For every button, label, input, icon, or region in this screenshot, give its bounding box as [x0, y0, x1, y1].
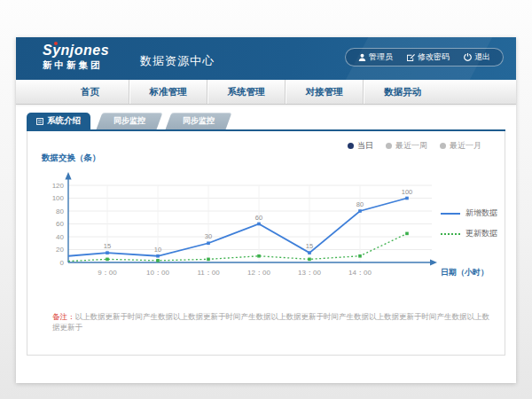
current-user-label: 管理员	[369, 51, 393, 63]
user-toolbar: 管理员 修改密码 退出	[345, 48, 504, 66]
chart-panel: 当日 最近一周 最近一月 数据交换（条） 0204060801001209：00…	[27, 131, 505, 356]
svg-text:日期（小时）: 日期（小时）	[441, 268, 489, 277]
svg-text:10：00: 10：00	[146, 269, 169, 277]
svg-text:120: 120	[52, 182, 65, 190]
nav-item-home[interactable]: 首页	[51, 80, 129, 104]
footnote-prefix: 备注：	[52, 312, 75, 321]
header: Synjones 新中新集团 数据资源中心 管理员 修改密码 退出	[16, 37, 516, 80]
legend-item-updated-data: 更新数据	[441, 228, 497, 239]
tab-sync-monitor-1-label: 同步监控	[113, 115, 145, 127]
svg-text:80: 80	[356, 200, 364, 208]
svg-text:0: 0	[60, 259, 65, 267]
svg-text:100: 100	[52, 194, 65, 202]
line-chart: 0204060801001209：0010：0011：0012：0013：001…	[35, 165, 491, 289]
legend-item-new-data: 新增数据	[441, 207, 497, 219]
svg-text:10: 10	[154, 246, 161, 254]
page-title: 数据资源中心	[140, 53, 215, 69]
radio-dot-icon	[348, 143, 354, 149]
svg-text:9：00: 9：00	[98, 269, 117, 277]
legend-line-solid-icon	[441, 213, 460, 215]
radio-last-week-label: 最近一周	[395, 140, 427, 152]
svg-text:80: 80	[56, 207, 64, 215]
change-password-label: 修改密码	[418, 51, 450, 63]
logo-subtitle: 新中新集团	[43, 59, 109, 72]
logo-main-text: Synjones	[43, 43, 109, 58]
svg-text:100: 100	[402, 188, 413, 196]
footnote-text: 以上数据更新于时间产生数据以上数据更新于时间产生数据以上数据更新于时间产生数据以…	[52, 312, 489, 332]
legend-label-new-data: 新增数据	[466, 207, 497, 219]
tab-bar: 系统介绍 同步监控 同步监控	[16, 106, 516, 129]
nav-item-system-mgmt[interactable]: 系统管理	[207, 80, 286, 104]
power-icon	[464, 53, 472, 61]
radio-last-month[interactable]: 最近一月	[440, 140, 481, 152]
page: Synjones 新中新集团 数据资源中心 管理员 修改密码 退出 首页 标准管…	[16, 37, 516, 383]
radio-last-month-label: 最近一月	[450, 140, 481, 152]
svg-text:40: 40	[56, 233, 64, 241]
tab-sync-monitor-1[interactable]: 同步监控	[97, 113, 163, 129]
main-nav: 首页 标准管理 系统管理 对接管理 数据异动	[16, 80, 516, 105]
svg-text:12：00: 12：00	[247, 269, 270, 277]
svg-text:15: 15	[306, 242, 313, 250]
nav-item-interface-mgmt[interactable]: 对接管理	[286, 80, 364, 104]
tab-system-intro-label: 系统介绍	[47, 115, 81, 127]
footnote: 备注：以上数据更新于时间产生数据以上数据更新于时间产生数据以上数据更新于时间产生…	[52, 312, 496, 333]
brand-logo: Synjones 新中新集团	[43, 43, 109, 72]
radio-dot-icon	[440, 143, 446, 149]
user-icon	[358, 53, 366, 61]
radio-today[interactable]: 当日	[348, 140, 373, 152]
logo-text: Synjones	[43, 43, 109, 59]
chart-legend: 新增数据 更新数据	[441, 207, 497, 239]
logo-accent-dot-icon	[54, 42, 58, 45]
radio-today-label: 当日	[357, 140, 373, 152]
svg-text:30: 30	[205, 232, 212, 240]
tab-sync-monitor-2[interactable]: 同步监控	[166, 113, 232, 129]
svg-text:11：00: 11：00	[197, 269, 220, 277]
change-password-button[interactable]: 修改密码	[400, 51, 457, 63]
nav-item-data-change[interactable]: 数据异动	[364, 80, 442, 104]
logout-button[interactable]: 退出	[457, 51, 497, 63]
svg-text:60: 60	[56, 220, 64, 228]
svg-text:60: 60	[255, 214, 262, 222]
legend-label-updated-data: 更新数据	[466, 228, 497, 239]
svg-text:14：00: 14：00	[348, 269, 372, 277]
chart-y-axis-title: 数据交换（条）	[42, 153, 101, 164]
legend-line-dotted-icon	[441, 233, 460, 235]
edit-icon	[407, 53, 415, 61]
current-user-button[interactable]: 管理员	[351, 51, 400, 63]
svg-text:20: 20	[56, 246, 64, 254]
tab-system-intro[interactable]: 系统介绍	[27, 113, 90, 129]
logout-label: 退出	[474, 51, 490, 63]
nav-item-standard-mgmt[interactable]: 标准管理	[129, 80, 207, 104]
time-range-filter: 当日 最近一周 最近一月	[348, 140, 481, 152]
svg-text:13：00: 13：00	[298, 269, 321, 277]
tab-sync-monitor-2-label: 同步监控	[183, 115, 215, 127]
radio-last-week[interactable]: 最近一周	[386, 140, 427, 152]
radio-dot-icon	[386, 143, 392, 149]
document-icon	[36, 118, 43, 125]
svg-text:15: 15	[104, 242, 111, 250]
